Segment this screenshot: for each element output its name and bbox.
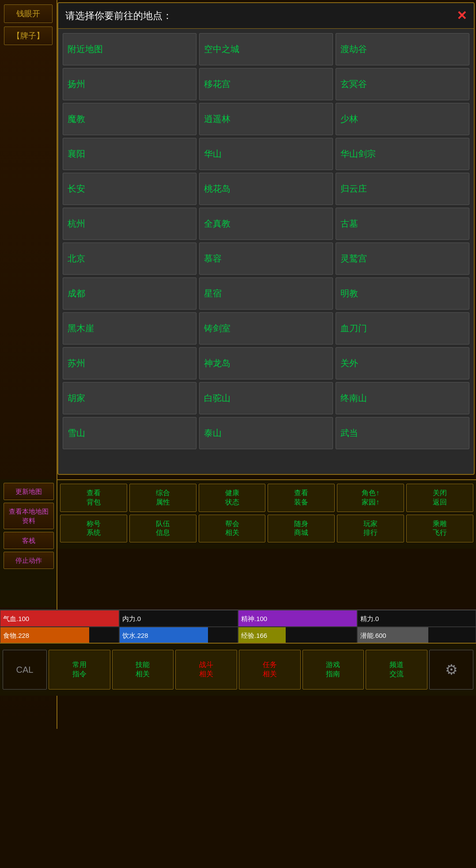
sidebar-stop[interactable]: 停止动作 <box>4 552 54 569</box>
action-btn-r0-3[interactable]: 查看 装备 <box>268 484 335 512</box>
status-item-r1-2: 经验.166 <box>238 627 357 644</box>
nav-tab-4[interactable]: 游戏 指南 <box>302 650 364 690</box>
status-label: 精力.0 <box>358 610 476 627</box>
status-item-r1-1: 饮水.228 <box>119 627 238 644</box>
action-btn-r0-4[interactable]: 角色↑ 家园↑ <box>337 484 404 512</box>
location-btn-19[interactable]: 慕容 <box>199 243 333 275</box>
location-btn-8[interactable]: 少林 <box>336 103 469 135</box>
action-btn-r1-3[interactable]: 随身 商城 <box>268 515 335 543</box>
location-btn-13[interactable]: 桃花岛 <box>199 173 333 205</box>
location-btn-21[interactable]: 成都 <box>63 277 196 310</box>
location-modal: 请选择你要前往的地点： ✕ 附近地图空中之城渡劫谷扬州移花宫玄冥谷魔教逍遥林少林… <box>57 2 475 475</box>
status-item-r0-3: 精力.0 <box>357 610 476 627</box>
sidebar-inn[interactable]: 客栈 <box>4 532 54 549</box>
location-btn-16[interactable]: 全真教 <box>199 208 333 240</box>
location-btn-1[interactable]: 空中之城 <box>199 33 333 65</box>
action-btn-r1-4[interactable]: 玩家 排行 <box>337 515 404 543</box>
status-row-1: 气血.100内力.0精神.100精力.0 <box>0 610 476 627</box>
status-bars: 气血.100内力.0精神.100精力.0 食物.228饮水.228经验.166潜… <box>0 610 476 644</box>
bottom-nav: CAL 常用 指令技能 相关战斗 相关任务 相关游戏 指南频道 交流 ⚙ <box>0 643 476 696</box>
location-btn-10[interactable]: 华山 <box>199 138 333 170</box>
location-btn-22[interactable]: 星宿 <box>199 277 333 310</box>
action-btn-r0-1[interactable]: 综合 属性 <box>129 484 196 512</box>
status-label: 精神.100 <box>238 610 357 627</box>
nav-tab-3[interactable]: 任务 相关 <box>239 650 301 690</box>
location-btn-34[interactable]: 泰山 <box>199 417 333 449</box>
action-row-1: 查看 背包综合 属性健康 状态查看 装备角色↑ 家园↑关闭 返回 <box>60 484 473 512</box>
nav-cal-icon[interactable]: CAL <box>3 650 47 690</box>
action-bar: 查看 背包综合 属性健康 状态查看 装备角色↑ 家园↑关闭 返回 称号 系统队伍… <box>57 479 476 549</box>
location-btn-15[interactable]: 杭州 <box>63 208 196 240</box>
status-item-r0-0: 气血.100 <box>0 610 119 627</box>
location-btn-3[interactable]: 扬州 <box>63 68 196 100</box>
location-btn-29[interactable]: 关外 <box>336 347 469 379</box>
modal-title: 请选择你要前往的地点： <box>65 9 172 23</box>
action-btn-r0-2[interactable]: 健康 状态 <box>199 484 266 512</box>
status-label: 气血.100 <box>0 610 119 627</box>
status-label: 饮水.228 <box>120 627 238 644</box>
location-btn-33[interactable]: 雪山 <box>63 417 196 449</box>
location-btn-27[interactable]: 苏州 <box>63 347 196 379</box>
status-item-r0-2: 精神.100 <box>238 610 357 627</box>
sidebar-btn-card[interactable]: 【牌子】 <box>4 27 53 45</box>
location-btn-2[interactable]: 渡劫谷 <box>336 33 469 65</box>
action-btn-r1-0[interactable]: 称号 系统 <box>60 515 127 543</box>
location-btn-25[interactable]: 铸剑室 <box>199 312 333 345</box>
location-btn-17[interactable]: 古墓 <box>336 208 469 240</box>
location-btn-4[interactable]: 移花宫 <box>199 68 333 100</box>
nav-tab-2[interactable]: 战斗 相关 <box>175 650 237 690</box>
status-item-r1-3: 潜能.600 <box>357 627 476 644</box>
location-btn-28[interactable]: 神龙岛 <box>199 347 333 379</box>
location-btn-14[interactable]: 归云庄 <box>336 173 469 205</box>
sidebar-bottom: 更新地图 查看本地地图资料 客栈 停止动作 <box>0 479 57 607</box>
action-btn-r0-5[interactable]: 关闭 返回 <box>406 484 473 512</box>
location-btn-6[interactable]: 魔教 <box>63 103 196 135</box>
nav-tab-1[interactable]: 技能 相关 <box>112 650 174 690</box>
status-label: 潜能.600 <box>358 627 476 644</box>
location-btn-35[interactable]: 武当 <box>336 417 469 449</box>
action-btn-r0-0[interactable]: 查看 背包 <box>60 484 127 512</box>
status-label: 食物.228 <box>0 627 119 644</box>
location-btn-18[interactable]: 北京 <box>63 243 196 275</box>
location-btn-5[interactable]: 玄冥谷 <box>336 68 469 100</box>
nav-tab-5[interactable]: 频道 交流 <box>366 650 427 690</box>
nav-settings-icon[interactable]: ⚙ <box>429 650 473 690</box>
location-btn-30[interactable]: 胡家 <box>63 382 196 414</box>
sidebar-view-map[interactable]: 查看本地地图资料 <box>4 503 54 529</box>
action-btn-r1-5[interactable]: 乘雕 飞行 <box>406 515 473 543</box>
action-row-2: 称号 系统队伍 信息帮会 相关随身 商城玩家 排行乘雕 飞行 <box>60 515 473 543</box>
location-grid: 附近地图空中之城渡劫谷扬州移花宫玄冥谷魔教逍遥林少林襄阳华山华山剑宗长安桃花岛归… <box>63 33 469 449</box>
location-btn-9[interactable]: 襄阳 <box>63 138 196 170</box>
sidebar-btn-money[interactable]: 钱眼开 <box>4 4 53 23</box>
location-btn-24[interactable]: 黑木崖 <box>63 312 196 345</box>
location-btn-0[interactable]: 附近地图 <box>63 33 196 65</box>
status-item-r1-0: 食物.228 <box>0 627 119 644</box>
location-btn-11[interactable]: 华山剑宗 <box>336 138 469 170</box>
action-btn-r1-1[interactable]: 队伍 信息 <box>129 515 196 543</box>
modal-header: 请选择你要前往的地点： ✕ <box>58 3 474 29</box>
modal-body: 附近地图空中之城渡劫谷扬州移花宫玄冥谷魔教逍遥林少林襄阳华山华山剑宗长安桃花岛归… <box>58 29 474 473</box>
location-btn-12[interactable]: 长安 <box>63 173 196 205</box>
status-item-r0-1: 内力.0 <box>119 610 238 627</box>
location-btn-31[interactable]: 白驼山 <box>199 382 333 414</box>
status-label: 内力.0 <box>120 610 238 627</box>
location-btn-7[interactable]: 逍遥林 <box>199 103 333 135</box>
location-btn-26[interactable]: 血刀门 <box>336 312 469 345</box>
nav-tab-0[interactable]: 常用 指令 <box>49 650 110 690</box>
status-label: 经验.166 <box>238 627 357 644</box>
status-row-2: 食物.228饮水.228经验.166潜能.600 <box>0 627 476 644</box>
location-btn-23[interactable]: 明教 <box>336 277 469 310</box>
action-btn-r1-2[interactable]: 帮会 相关 <box>199 515 266 543</box>
sidebar-update-map[interactable]: 更新地图 <box>4 483 54 500</box>
location-btn-32[interactable]: 终南山 <box>336 382 469 414</box>
location-btn-20[interactable]: 灵鹫宫 <box>336 243 469 275</box>
modal-close-button[interactable]: ✕ <box>457 8 467 23</box>
